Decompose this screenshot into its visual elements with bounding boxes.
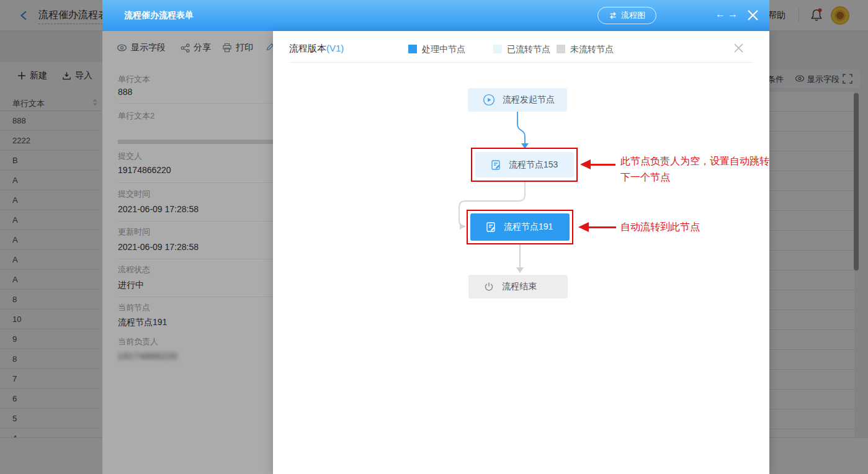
document-edit-icon xyxy=(485,221,496,233)
flowchart-button-label: 流程图 xyxy=(621,10,645,21)
prev-record-arrow[interactable]: ← xyxy=(715,9,725,20)
annotation-line-1: 此节点负责人为空，设置自动跳转 xyxy=(620,153,769,169)
flow-node-label: 流程发起节点 xyxy=(503,94,555,105)
annotation-text: 自动流转到此节点 xyxy=(620,220,700,234)
modal-title: 流程催办流程表单 xyxy=(124,10,194,21)
next-record-arrow[interactable]: → xyxy=(728,9,738,20)
annotation-text: 此节点负责人为空，设置自动跳转 下一个节点 xyxy=(620,153,769,186)
flow-node-start: 流程发起节点 xyxy=(468,88,567,112)
detail-modal-header: 流程催办流程表单 流程图 ← → xyxy=(102,0,769,31)
annotation-line-2: 下一个节点 xyxy=(620,169,769,186)
flow-swap-icon xyxy=(609,11,617,20)
play-icon xyxy=(483,94,495,106)
annotation-line xyxy=(591,164,615,166)
annotation-arrowhead xyxy=(580,159,591,169)
flow-panel: 流程版本(V1) 处理中节点 已流转节点 未流转节点 流程发起节点 流程节点15… xyxy=(273,31,769,474)
power-icon xyxy=(483,281,494,292)
document-edit-icon xyxy=(490,159,501,171)
close-icon[interactable] xyxy=(746,9,759,22)
screen: 流程催办流程表单 帮助 新建 导入 单行文本 888 22 xyxy=(0,0,868,474)
flow-node-191: 流程节点191 xyxy=(470,213,570,241)
flow-node-label: 流程节点153 xyxy=(509,159,558,171)
flow-node-end: 流程结束 xyxy=(468,275,568,298)
flowchart-button[interactable]: 流程图 xyxy=(597,7,656,24)
annotation-line xyxy=(589,226,616,228)
annotation-arrowhead xyxy=(578,222,589,232)
flow-node-label: 流程节点191 xyxy=(504,221,553,233)
flow-node-153: 流程节点153 xyxy=(475,152,574,177)
flow-node-label: 流程结束 xyxy=(502,281,537,292)
